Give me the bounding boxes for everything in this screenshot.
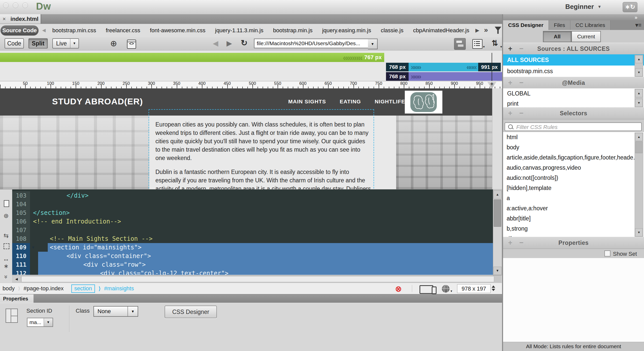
selector-item[interactable]: a bbox=[503, 193, 644, 203]
address-bar[interactable]: file:///Macintosh%20HD/Users/Gabby/Des..… bbox=[254, 39, 368, 48]
scroll-down-icon[interactable]: ▼ bbox=[635, 99, 643, 107]
nav-item-nightlife[interactable]: NIGHTLIFE bbox=[375, 99, 405, 105]
filter-css-rules-input[interactable]: Filter CSS Rules bbox=[505, 122, 642, 131]
intro-text[interactable]: European cities as you possibly can. Wit… bbox=[155, 120, 371, 189]
related-file-button[interactable]: jquery-1.11.3.min.js bbox=[215, 27, 263, 34]
code-line[interactable]: 103</div> bbox=[12, 191, 493, 200]
live-view-button[interactable]: Live bbox=[52, 38, 71, 49]
filter-related-files-icon[interactable] bbox=[495, 27, 501, 34]
address-dropdown-icon[interactable]: ▼ bbox=[368, 39, 378, 49]
section-id-select[interactable]: ma... bbox=[27, 318, 46, 327]
media-query-min-768[interactable]: 768 px »»» bbox=[386, 72, 502, 81]
related-file-button[interactable]: jquery.easing.min.js bbox=[322, 27, 371, 34]
selectors-scrollbar[interactable]: ▲ ▼ bbox=[635, 133, 643, 237]
selector-item[interactable]: article,aside,details,figcaption,figure,… bbox=[503, 152, 644, 163]
tag-crumb-pagetopindex[interactable]: #page-top.index bbox=[24, 285, 64, 292]
tab-files[interactable]: Files bbox=[549, 20, 570, 30]
selector-item[interactable]: b,strong bbox=[503, 224, 644, 234]
selector-item[interactable]: audio:not([controls]) bbox=[503, 173, 644, 183]
show-set-checkbox[interactable] bbox=[604, 250, 610, 257]
nav-item-main-sights[interactable]: MAIN SIGHTS bbox=[288, 99, 326, 105]
viewport-size-stepper[interactable] bbox=[492, 285, 495, 291]
current-mode-button[interactable]: Current bbox=[571, 31, 601, 42]
selector-item[interactable]: a:active,a:hover bbox=[503, 203, 644, 213]
close-window-icon[interactable] bbox=[3, 3, 9, 8]
source-item[interactable]: ALL SOURCES bbox=[503, 54, 644, 66]
split-view-button[interactable]: Split bbox=[28, 38, 48, 49]
site-logo[interactable] bbox=[405, 91, 442, 114]
minimize-window-icon[interactable] bbox=[13, 3, 18, 8]
code-line[interactable]: 108<!-- Main Sights Section --> bbox=[12, 234, 493, 243]
zoom-window-icon[interactable] bbox=[22, 3, 28, 8]
tag-crumb-body[interactable]: body bbox=[3, 285, 15, 292]
inspect-icon[interactable]: ⊕ bbox=[110, 39, 117, 48]
preview-in-browser-icon[interactable]: ⇅ bbox=[492, 39, 498, 47]
related-file-button[interactable]: bootstrap.min.js bbox=[273, 27, 312, 34]
related-file-button[interactable]: freelancer.css bbox=[106, 27, 140, 34]
workspace-switcher[interactable]: Beginner▼ bbox=[565, 3, 602, 11]
code-line[interactable]: 109▼<section id="mainsights"> bbox=[12, 243, 493, 252]
scrollbar-thumb[interactable] bbox=[635, 141, 642, 153]
scroll-up-icon[interactable]: ▲ bbox=[493, 190, 502, 199]
wrap-tag-icon[interactable]: ↔ bbox=[0, 255, 12, 263]
media-scrollbar[interactable]: ▲ ▼ bbox=[635, 89, 643, 107]
related-file-button[interactable]: classie.js bbox=[381, 27, 403, 34]
media-query-768-991[interactable]: 768 px »»» ««« 991 px bbox=[386, 63, 501, 71]
collapse-section-icon[interactable]: » bbox=[3, 271, 10, 283]
code-view-button[interactable]: Code bbox=[5, 38, 24, 49]
tab-properties[interactable]: Properties bbox=[0, 294, 34, 303]
nav-item-eating[interactable]: EATING bbox=[340, 99, 361, 105]
scroll-up-icon[interactable]: ▲ bbox=[635, 133, 643, 141]
code-line[interactable]: 107 bbox=[12, 226, 493, 234]
tab-cc-libraries[interactable]: CC Libraries bbox=[570, 20, 610, 30]
sources-scrollbar[interactable]: ▲ ▼ bbox=[635, 55, 643, 77]
related-file-button[interactable]: cbpAnimatedHeader.js bbox=[413, 27, 469, 34]
select-parent-tag-icon[interactable] bbox=[4, 243, 9, 249]
viewport-size-field[interactable]: 978 x 197 bbox=[457, 284, 491, 293]
scroll-right-icon[interactable]: ▶ bbox=[475, 27, 479, 33]
scroll-left-icon[interactable]: ◀ bbox=[13, 276, 20, 282]
scroll-up-icon[interactable]: ▲ bbox=[635, 89, 643, 97]
class-select[interactable]: None ▼ bbox=[93, 306, 138, 317]
scrollbar-thumb[interactable] bbox=[21, 276, 494, 282]
related-file-button[interactable]: bootstrap.min.css bbox=[52, 27, 96, 34]
sync-settings-icon[interactable]: ∗↻ bbox=[623, 2, 637, 12]
lint-error-icon[interactable]: ⊗ bbox=[395, 284, 402, 294]
scroll-down-icon[interactable]: ▼ bbox=[635, 68, 643, 76]
live-code-icon[interactable]: ⊛ bbox=[0, 212, 12, 219]
code-line[interactable]: 112<div class="col-lg-12 text-center"> bbox=[12, 269, 493, 275]
code-line[interactable]: 104 bbox=[12, 200, 493, 209]
close-tab-icon[interactable]: × bbox=[3, 16, 6, 22]
code-editor[interactable]: 103</div>104105</section>106<!-- end Int… bbox=[12, 189, 493, 275]
show-set-toggle[interactable]: Show Set bbox=[604, 250, 637, 257]
selector-item[interactable]: dfn bbox=[503, 234, 644, 237]
media-query-max-767[interactable]: ««««« 767 px bbox=[0, 53, 384, 62]
source-item[interactable]: bootstrap.min.css bbox=[503, 66, 644, 77]
code-line[interactable]: 105</section> bbox=[12, 209, 493, 217]
vertical-scrollbar[interactable]: ▲ ▼ bbox=[493, 190, 502, 275]
window-controls[interactable] bbox=[3, 3, 28, 8]
tab-index-html[interactable]: × index.html bbox=[0, 14, 41, 24]
scroll-down-icon[interactable]: ▼ bbox=[493, 267, 502, 275]
back-icon[interactable]: ◀ bbox=[213, 39, 218, 47]
panel-menu-icon[interactable]: ▾≡ bbox=[635, 22, 641, 28]
live-view-dropdown-icon[interactable]: ▼ bbox=[70, 38, 79, 49]
css-properties-section-header[interactable]: + − Properties bbox=[503, 237, 644, 249]
media-section-header[interactable]: + − @Media bbox=[503, 77, 644, 89]
media-item[interactable]: GLOBAL bbox=[503, 88, 644, 99]
collapse-panels-icon[interactable]: » bbox=[635, 14, 637, 20]
selector-item[interactable]: [hidden],template bbox=[503, 183, 644, 193]
forward-icon[interactable]: ▶ bbox=[227, 39, 232, 47]
swap-views-icon[interactable]: ⇆ bbox=[0, 232, 12, 239]
scroll-left-icon[interactable]: ◀ bbox=[42, 27, 46, 33]
tab-css-designer[interactable]: CSS Designer bbox=[503, 20, 549, 30]
code-line[interactable]: 111<div class="row"> bbox=[12, 260, 493, 269]
tag-crumb-selected[interactable]: section bbox=[71, 284, 95, 293]
related-file-button[interactable]: font-awesome.min.css bbox=[150, 27, 205, 34]
section-id-dropdown-icon[interactable]: ▼ bbox=[44, 318, 53, 327]
all-mode-button[interactable]: All bbox=[543, 31, 571, 42]
split-orientation-icon[interactable] bbox=[454, 38, 466, 50]
source-code-button[interactable]: Source Code bbox=[1, 25, 39, 36]
code-line[interactable]: 110<div class="container"> bbox=[12, 252, 493, 260]
selector-item[interactable]: abbr[title] bbox=[503, 213, 644, 224]
